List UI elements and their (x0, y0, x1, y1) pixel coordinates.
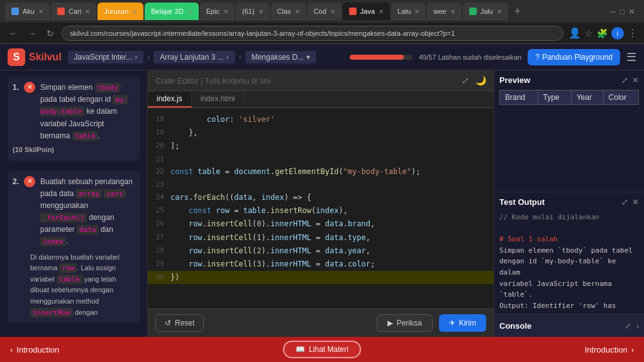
expand-console-icon[interactable]: ⤢ (625, 321, 631, 331)
code-line: 26 row.insertCell(0).innerHTML = data.br… (148, 217, 494, 231)
next-button[interactable]: Introduction › (585, 345, 634, 354)
code-line: 20 ]; (148, 140, 494, 153)
code-var: table (72, 131, 98, 141)
collapse-output-icon[interactable]: ✕ (632, 197, 639, 207)
menu-dots-icon[interactable]: ⋮ (628, 27, 638, 39)
close-icon[interactable]: ✕ (258, 8, 264, 15)
reset-button[interactable]: ↺ Reset (155, 314, 204, 332)
tab-java[interactable]: Java ✕ (343, 3, 390, 20)
chevron-icon: › (135, 53, 137, 62)
progress-bar (350, 55, 413, 60)
code-line: 25 const row = table.insertRow(index), (148, 204, 494, 217)
close-icon[interactable]: ✕ (132, 8, 137, 15)
lihat-materi-button[interactable]: 📖 Lihat Materi (283, 341, 361, 358)
preview-actions: ⤢ ✕ (621, 75, 639, 85)
tab-jurusan[interactable]: Jurusan ✕ (97, 3, 143, 20)
preview-table-head: Brand Type Year Color (500, 90, 639, 105)
send-icon: ✈ (449, 319, 455, 327)
close-icon[interactable]: ✕ (330, 8, 335, 15)
window-controls: ─ □ ✕ (610, 7, 639, 16)
task-item-2: 2. ✕ Buatlah sebuah perulangan pada data… (8, 171, 140, 324)
console-title: Console (499, 321, 531, 331)
output-line: variabel JavaScript bernama (499, 278, 639, 290)
back-button[interactable]: ← (6, 27, 20, 40)
kirim-button[interactable]: ✈ Kirim (439, 314, 486, 332)
code-line: 19 }, (148, 126, 494, 140)
prev-label: Introduction (16, 345, 59, 354)
code-param2: index (40, 237, 66, 246)
account-icon[interactable]: i (611, 27, 624, 40)
app-navigation: S Skilvul JavaScript Inter... › › Array … (0, 44, 644, 70)
task-item-1: 1. ✕ Simpan elemen tbody pada tabel deng… (8, 77, 140, 161)
action-buttons: ▶ Periksa ✈ Kirim (377, 314, 486, 332)
preview-section: Preview ⤢ ✕ Brand Type Year Color (494, 70, 644, 192)
task-extra-description: Di dalamnya buatlah variabel bernama row… (13, 252, 135, 319)
tab-61[interactable]: (61) ✕ (236, 3, 270, 20)
close-icon[interactable]: ✕ (379, 8, 384, 15)
hamburger-menu-icon[interactable]: ☰ (626, 50, 636, 64)
periksa-button[interactable]: ▶ Periksa (377, 314, 433, 332)
next-arrow-icon: › (631, 345, 634, 354)
code-editor-panel: Code Editor | Tulis kodemu di sini ⤢ 🌙 i… (148, 70, 494, 337)
code-tag: tbody (95, 83, 121, 92)
file-tab-indexhtml[interactable]: index.html (192, 91, 245, 107)
breadcrumb-item-3[interactable]: Mengakses D... ▾ (245, 51, 316, 63)
code-id: my-body-table (40, 95, 128, 116)
bottom-navigation-bar: ‹ Introduction 📖 Lihat Materi Introducti… (0, 337, 644, 362)
close-window-icon[interactable]: ✕ (628, 7, 635, 16)
preview-header: Preview ⤢ ✕ (499, 75, 639, 85)
close-icon[interactable]: ✕ (414, 8, 419, 15)
code-var3: table (57, 275, 82, 284)
tab-label: Cod (314, 8, 326, 15)
close-icon[interactable]: ✕ (295, 8, 300, 15)
tab-latu[interactable]: Latu ✕ (391, 3, 426, 20)
close-icon[interactable]: ✕ (38, 8, 43, 15)
close-icon[interactable]: ✕ (85, 8, 90, 15)
tab-list: Aku ✕ Cari ✕ Jurusan ✕ Belajar 3D ✕ Epic… (5, 0, 608, 23)
col-brand: Brand (500, 90, 538, 105)
tab-jalu[interactable]: Jalu ✕ (463, 3, 508, 20)
breadcrumb-separator: › (239, 53, 242, 62)
test-output-content: // Kode mulai dijalankan # Soal 1 salah … (499, 212, 639, 311)
tab-cod[interactable]: Cod ✕ (308, 3, 341, 20)
tab-label: Epic (206, 8, 219, 15)
code-method: .forEach() (40, 213, 87, 222)
breadcrumb-item-1[interactable]: JavaScript Inter... › (68, 51, 144, 63)
collapse-preview-icon[interactable]: ✕ (632, 75, 639, 85)
logo-text: Skilvul (29, 52, 62, 63)
expand-output-icon[interactable]: ⤢ (621, 197, 628, 207)
breadcrumb-item-2[interactable]: Array Lanjutan 3 ... › (153, 51, 235, 63)
forward-button[interactable]: → (25, 27, 39, 40)
tab-label: Java (360, 8, 375, 15)
refresh-button[interactable]: ↻ (44, 27, 57, 40)
close-icon[interactable]: ✕ (450, 8, 455, 15)
expand-icon[interactable]: ⤢ (462, 75, 469, 85)
code-area[interactable]: 18 color: 'silver' 19 }, 20 ]; 21 22 con… (148, 108, 494, 309)
url-input[interactable] (62, 26, 564, 41)
output-line: # Soal 1 salah (499, 234, 639, 245)
tab-clas[interactable]: Clas ✕ (271, 3, 306, 20)
new-tab-button[interactable]: + (509, 5, 526, 18)
close-icon[interactable]: ✕ (223, 8, 228, 15)
tab-cari[interactable]: Cari ✕ (51, 3, 96, 20)
breadcrumb-label: JavaScript Inter... (74, 53, 133, 62)
task-header-1: 1. ✕ Simpan elemen tbody pada tabel deng… (13, 82, 135, 142)
theme-toggle-icon[interactable]: 🌙 (475, 75, 486, 85)
extension-icon[interactable]: 🧩 (597, 28, 608, 38)
close-icon[interactable]: ✕ (187, 8, 192, 15)
tab-aku[interactable]: Aku ✕ (5, 3, 50, 20)
prev-button[interactable]: ‹ Introduction (10, 345, 59, 354)
maximize-icon[interactable]: □ (619, 7, 625, 16)
star-icon[interactable]: ☆ (585, 28, 593, 38)
file-tab-indexjs[interactable]: index.js (148, 91, 192, 107)
tab-epic[interactable]: Epic ✕ (200, 3, 235, 20)
expand-preview-icon[interactable]: ⤢ (621, 75, 628, 85)
next-console-icon[interactable]: › (636, 321, 639, 331)
minimize-icon[interactable]: ─ (610, 7, 616, 16)
panduan-playground-button[interactable]: ? Panduan Playground (528, 49, 620, 65)
browser-tabs-bar: Aku ✕ Cari ✕ Jurusan ✕ Belajar 3D ✕ Epic… (0, 0, 644, 23)
tab-wee[interactable]: wee ✕ (427, 3, 461, 20)
tab-belajar3d[interactable]: Belajar 3D ✕ (145, 3, 198, 20)
close-icon[interactable]: ✕ (497, 8, 502, 15)
task-panel: 1. ✕ Simpan elemen tbody pada tabel deng… (0, 70, 148, 337)
